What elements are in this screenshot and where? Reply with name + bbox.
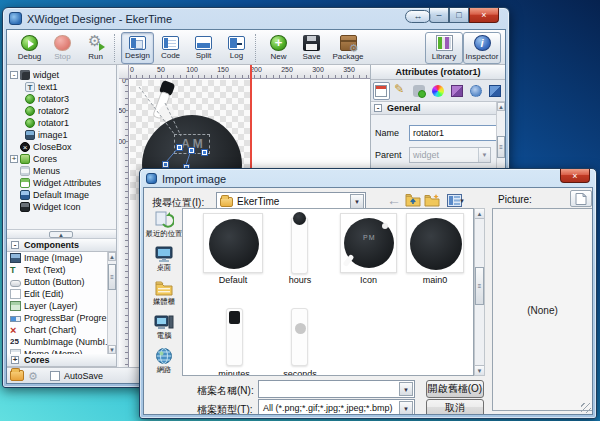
components-header[interactable]: - Components: [7, 239, 116, 252]
selection-handle[interactable]: [177, 145, 182, 150]
scroll-up-icon[interactable]: ▲: [108, 252, 116, 261]
chevron-down-icon[interactable]: ▼: [399, 382, 413, 396]
maximize-button[interactable]: □: [449, 8, 469, 23]
back-button[interactable]: ←: [385, 191, 403, 209]
stop-button[interactable]: Stop: [46, 32, 79, 64]
file-icon[interactable]: PM: [340, 213, 397, 273]
design-view-button[interactable]: Design: [121, 32, 154, 64]
file-label[interactable]: Default: [203, 275, 263, 285]
tab-color[interactable]: [430, 82, 447, 100]
collapse-expander-icon[interactable]: -: [11, 241, 19, 249]
parent-dropdown[interactable]: widget ▼: [409, 147, 491, 163]
tree-item-closebox[interactable]: CloseBox: [7, 141, 116, 153]
scroll-down-icon[interactable]: ▼: [108, 345, 116, 354]
component-button[interactable]: Button (Button): [7, 276, 116, 288]
package-button[interactable]: Package: [328, 32, 368, 64]
folder-icon[interactable]: [10, 370, 24, 381]
inspector-button[interactable]: Inspector: [463, 32, 501, 64]
name-field[interactable]: [409, 125, 506, 141]
place-network[interactable]: 網路: [146, 347, 181, 374]
component-memo[interactable]: Memo (Memo): [7, 348, 116, 354]
tree-item-default-image[interactable]: Default Image: [7, 189, 116, 201]
tree-item-widget-attributes[interactable]: Widget Attributes: [7, 177, 116, 189]
file-hours[interactable]: [291, 217, 308, 274]
split-view-button[interactable]: Split: [187, 32, 220, 64]
tree-item-widget-icon[interactable]: Widget Icon: [7, 201, 116, 213]
selection-handle[interactable]: [163, 162, 168, 167]
file-list-scrollbar[interactable]: ▲ ≡ ▼: [474, 208, 485, 376]
run-button[interactable]: Run: [79, 32, 112, 64]
component-text[interactable]: Text (Text): [7, 264, 116, 276]
general-section-header[interactable]: - General: [371, 102, 505, 115]
file-main0[interactable]: [406, 213, 464, 273]
component-layer[interactable]: Layer (Layer): [7, 300, 116, 312]
resize-grip[interactable]: [581, 403, 591, 413]
tree-item-menus[interactable]: Menus: [7, 165, 116, 177]
cores-header[interactable]: + Cores: [7, 354, 116, 367]
component-image[interactable]: Image (Image): [7, 252, 116, 264]
file-type-dropdown[interactable]: All (*.png;*.gif;*.jpg;*.jpeg;*.bmp) ▼: [258, 399, 415, 415]
file-label[interactable]: main0: [406, 275, 464, 285]
chevron-down-icon[interactable]: ▼: [478, 148, 490, 162]
place-desktop[interactable]: 桌面: [146, 245, 181, 272]
tree-item-rotator3[interactable]: rotator3: [7, 93, 116, 105]
file-label[interactable]: minutes: [211, 369, 257, 376]
file-default[interactable]: [203, 213, 263, 273]
tab-general[interactable]: [373, 82, 390, 100]
tab-effects[interactable]: [448, 82, 465, 100]
cancel-button[interactable]: 取消: [426, 399, 484, 415]
expand-expander-icon[interactable]: +: [11, 356, 19, 364]
selection-handle[interactable]: [202, 150, 207, 155]
library-button[interactable]: Library: [425, 32, 463, 64]
open-button[interactable]: 開啟舊檔(O): [426, 380, 484, 398]
preview-mode-button[interactable]: [570, 190, 592, 207]
tree-item-widget[interactable]: - widget: [7, 69, 116, 81]
place-computer[interactable]: 電腦: [146, 313, 181, 340]
scroll-up-icon[interactable]: ▲: [475, 209, 484, 219]
dialog-close-button[interactable]: ×: [560, 169, 590, 183]
tab-animation[interactable]: [467, 82, 484, 100]
scroll-thumb[interactable]: ≡: [497, 136, 505, 158]
component-progressbar[interactable]: ProgressBar (Progre...: [7, 312, 116, 324]
components-scrollbar[interactable]: ▲ ≡ ▼: [107, 252, 116, 354]
tree-item-rotator2[interactable]: rotator2: [7, 105, 116, 117]
minimize-button[interactable]: –: [429, 8, 449, 23]
debug-button[interactable]: Debug: [13, 32, 46, 64]
chevron-down-icon[interactable]: ▼: [399, 401, 413, 415]
file-name-input[interactable]: ▼: [258, 380, 415, 398]
file-label[interactable]: hours: [277, 275, 323, 285]
view-menu-button[interactable]: ▼: [442, 191, 466, 209]
collapse-panel-button[interactable]: ▲: [49, 231, 73, 238]
file-label[interactable]: Icon: [340, 275, 397, 285]
collapse-expander-icon[interactable]: -: [374, 104, 382, 112]
up-one-level-button[interactable]: [404, 191, 422, 209]
swap-layout-button[interactable]: ↔: [405, 10, 431, 23]
code-view-button[interactable]: Code: [154, 32, 187, 64]
place-libraries[interactable]: 媒體櫃: [146, 279, 181, 306]
log-view-button[interactable]: Log: [220, 32, 253, 64]
file-list[interactable]: Default hours PM Icon main0: [182, 208, 474, 376]
tab-3d[interactable]: [486, 82, 503, 100]
file-minutes[interactable]: [226, 308, 243, 366]
place-recent[interactable]: 最近的位置: [146, 210, 181, 238]
component-numbimage[interactable]: NumbImage (NumbI...: [7, 336, 116, 348]
selection-handle[interactable]: [189, 148, 194, 153]
chevron-down-icon[interactable]: ▼: [350, 194, 364, 209]
tab-shape[interactable]: [411, 82, 428, 100]
tree-item-rotator1[interactable]: rotator1: [7, 117, 116, 129]
collapse-expander-icon[interactable]: -: [10, 71, 18, 79]
tree-item-image1[interactable]: image1: [7, 129, 116, 141]
dialog-titlebar[interactable]: Import image: [140, 169, 596, 187]
autosave-checkbox[interactable]: [50, 371, 60, 381]
scroll-up-icon[interactable]: ▲: [497, 102, 505, 111]
save-button[interactable]: Save: [295, 32, 328, 64]
component-chart[interactable]: Chart (Chart): [7, 324, 116, 336]
close-button[interactable]: ×: [469, 8, 499, 23]
scroll-down-icon[interactable]: ▼: [475, 365, 484, 375]
tree-item-cores[interactable]: + Cores: [7, 153, 116, 165]
tree-item-text1[interactable]: text1: [7, 81, 116, 93]
panel-splitter[interactable]: ▲: [7, 229, 116, 239]
scroll-thumb[interactable]: ≡: [475, 267, 484, 305]
component-edit[interactable]: Edit (Edit): [7, 288, 116, 300]
file-seconds[interactable]: [291, 308, 308, 366]
